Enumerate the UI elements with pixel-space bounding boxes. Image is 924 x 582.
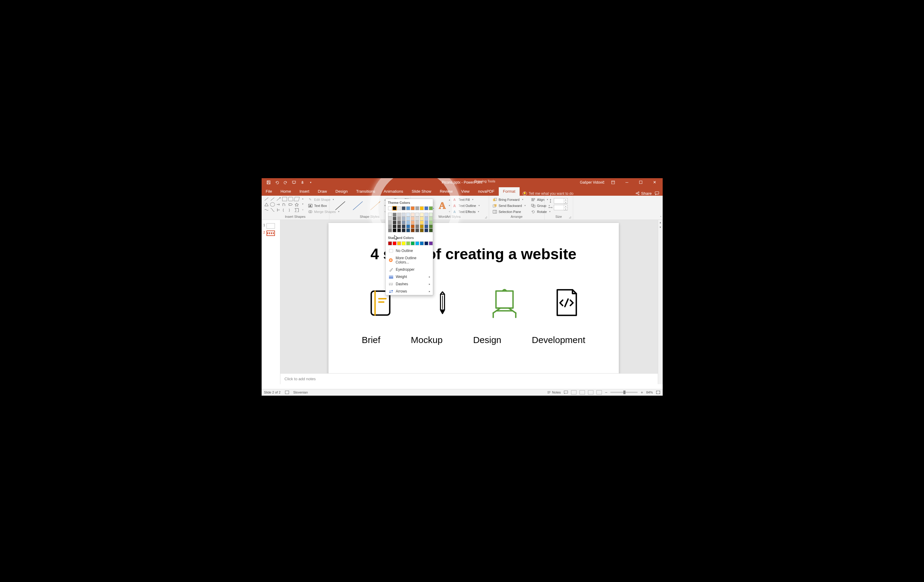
- no-outline-item[interactable]: No Outline: [386, 247, 433, 254]
- slide-title[interactable]: 4 steps of creating a website: [328, 245, 619, 263]
- gallery-up-icon[interactable]: ▴: [302, 197, 304, 200]
- shape-styles-gallery[interactable]: [332, 198, 384, 214]
- standard-color-swatch[interactable]: [393, 241, 396, 245]
- theme-color-swatch[interactable]: [388, 213, 392, 217]
- wordart-gallery-down-icon[interactable]: ▾: [448, 204, 450, 207]
- bring-forward-button[interactable]: Bring Forward▾: [492, 197, 527, 202]
- theme-color-swatch[interactable]: [415, 228, 419, 232]
- theme-color-swatch[interactable]: [393, 228, 396, 232]
- zoom-knob[interactable]: [624, 391, 625, 394]
- theme-color-swatch[interactable]: [415, 217, 419, 221]
- theme-color-swatch[interactable]: [393, 224, 396, 228]
- theme-color-swatch[interactable]: [415, 224, 419, 228]
- arrows-item[interactable]: Arrows ▸: [386, 288, 433, 295]
- theme-color-swatch[interactable]: [388, 217, 392, 221]
- scroll-down-icon[interactable]: ▾: [658, 225, 663, 229]
- zoom-out-icon[interactable]: −: [605, 390, 607, 395]
- theme-color-swatch[interactable]: [415, 206, 419, 210]
- theme-color-swatch[interactable]: [393, 213, 396, 217]
- width-input[interactable]: ▴▾: [554, 205, 568, 210]
- theme-color-swatch[interactable]: [424, 221, 428, 224]
- label-mockup[interactable]: Mockup: [411, 335, 442, 345]
- width-down-icon[interactable]: ▾: [564, 208, 568, 211]
- standard-color-swatch[interactable]: [388, 241, 392, 245]
- theme-color-swatch[interactable]: [411, 213, 415, 217]
- theme-color-swatch[interactable]: [402, 213, 406, 217]
- theme-color-swatch[interactable]: [402, 206, 406, 210]
- standard-color-swatch[interactable]: [402, 241, 406, 245]
- standard-color-swatch[interactable]: [406, 241, 410, 245]
- theme-color-swatch[interactable]: [402, 221, 406, 224]
- size-launcher-icon[interactable]: ◿: [569, 216, 572, 219]
- wordart-gallery-more-icon[interactable]: ▿: [448, 210, 450, 213]
- spellcheck-icon[interactable]: [285, 390, 289, 394]
- theme-color-swatch[interactable]: [424, 228, 428, 232]
- shapes-gallery[interactable]: { }: [264, 197, 300, 214]
- style-thumb-1[interactable]: [333, 199, 347, 212]
- save-icon[interactable]: [266, 180, 271, 185]
- comments-icon-status[interactable]: [564, 390, 568, 394]
- theme-color-swatch[interactable]: [397, 206, 401, 210]
- theme-color-swatch[interactable]: [397, 213, 401, 217]
- standard-color-swatch[interactable]: [424, 241, 428, 245]
- notes-toggle[interactable]: Notes: [547, 391, 561, 394]
- theme-color-swatch[interactable]: [406, 206, 410, 210]
- theme-color-swatch[interactable]: [429, 224, 433, 228]
- tab-animations[interactable]: Animations: [380, 187, 408, 196]
- theme-color-swatch[interactable]: [397, 217, 401, 221]
- reading-view-icon[interactable]: [588, 390, 593, 394]
- theme-color-swatch[interactable]: [415, 213, 419, 217]
- theme-color-swatch[interactable]: [420, 221, 424, 224]
- normal-view-icon[interactable]: [571, 390, 576, 394]
- zoom-percent[interactable]: 84%: [646, 391, 653, 394]
- style-thumb-3[interactable]: [369, 199, 382, 212]
- theme-color-swatch[interactable]: [424, 206, 428, 210]
- wordart-style-3[interactable]: A: [439, 200, 446, 211]
- start-from-beginning-icon[interactable]: [291, 180, 297, 185]
- wordart-styles-launcher-icon[interactable]: ◿: [485, 216, 488, 219]
- label-design[interactable]: Design: [473, 335, 501, 345]
- notes-pane[interactable]: Click to add notes: [280, 373, 658, 384]
- standard-color-swatch[interactable]: [415, 241, 419, 245]
- standard-color-swatch[interactable]: [429, 241, 433, 245]
- style-thumb-2[interactable]: [351, 199, 365, 212]
- theme-color-swatch[interactable]: [415, 221, 419, 224]
- theme-color-swatch[interactable]: [411, 221, 415, 224]
- theme-color-swatch[interactable]: [406, 228, 410, 232]
- qat-customize-icon[interactable]: ▾: [308, 180, 314, 185]
- tab-file[interactable]: File: [262, 187, 276, 196]
- tab-home[interactable]: Home: [276, 187, 295, 196]
- design-icon[interactable]: [488, 287, 521, 320]
- zoom-slider[interactable]: [610, 392, 638, 393]
- tab-review[interactable]: Review: [436, 187, 457, 196]
- text-effects-button[interactable]: AText Effects▾: [451, 209, 481, 214]
- theme-color-swatch[interactable]: [411, 224, 415, 228]
- gallery-down-icon[interactable]: ▾: [302, 203, 304, 205]
- theme-color-swatch[interactable]: [420, 206, 424, 210]
- theme-color-swatch[interactable]: [420, 224, 424, 228]
- dashes-item[interactable]: Dashes ▸: [386, 280, 433, 288]
- standard-color-swatch[interactable]: [411, 241, 415, 245]
- height-up-icon[interactable]: ▴: [564, 198, 568, 201]
- slide-sorter-view-icon[interactable]: [579, 390, 585, 394]
- theme-color-swatch[interactable]: [397, 228, 401, 232]
- theme-color-swatch[interactable]: [402, 217, 406, 221]
- theme-color-swatch[interactable]: [406, 221, 410, 224]
- gallery-more-icon[interactable]: ▿: [302, 208, 304, 211]
- tab-format[interactable]: Format: [499, 187, 520, 196]
- touch-mode-icon[interactable]: [300, 180, 305, 185]
- tab-transitions[interactable]: Transitions: [352, 187, 379, 196]
- theme-color-swatch[interactable]: [424, 217, 428, 221]
- vertical-scrollbar[interactable]: ▴ ▾: [658, 220, 663, 384]
- wordart-gallery-up-icon[interactable]: ▴: [448, 198, 450, 201]
- theme-color-swatch[interactable]: [406, 217, 410, 221]
- send-backward-button[interactable]: Send Backward▾: [492, 203, 527, 208]
- theme-color-swatch[interactable]: [429, 221, 433, 224]
- minimize-button[interactable]: ─: [622, 178, 632, 186]
- theme-color-swatch[interactable]: [402, 224, 406, 228]
- theme-color-swatch[interactable]: [388, 224, 392, 228]
- standard-color-swatch[interactable]: [397, 241, 401, 245]
- label-brief[interactable]: Brief: [362, 335, 381, 345]
- theme-color-swatch[interactable]: [406, 213, 410, 217]
- tab-view[interactable]: View: [457, 187, 474, 196]
